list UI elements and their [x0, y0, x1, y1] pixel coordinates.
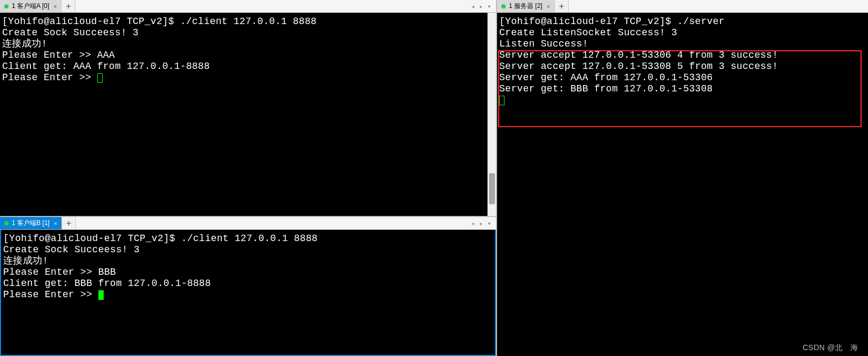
tab-menu-icon[interactable]: ▾: [486, 220, 493, 227]
terminal-line: Client get: AAA from 127.0.0.1-8888: [2, 61, 210, 72]
pane-server: 1 服务器 [2] × + [Yohifo@alicloud-el7 TCP_v…: [497, 0, 868, 356]
close-icon[interactable]: ×: [53, 220, 58, 227]
tab-client-a[interactable]: 1 客户端A [0] ×: [0, 0, 61, 12]
terminal-line: [Yohifo@alicloud-el7 TCP_v2]$ ./client 1…: [2, 16, 316, 27]
cursor-icon: [499, 96, 505, 105]
status-dot-icon: [4, 4, 9, 9]
terminal-line: Create ListenSocket Success! 3: [499, 27, 677, 38]
tab-nav-right-icon[interactable]: ▸: [478, 3, 485, 10]
terminal-server[interactable]: [Yohifo@alicloud-el7 TCP_v2]$ ./server C…: [497, 13, 868, 356]
tab-menu-icon[interactable]: ▾: [486, 3, 493, 10]
tabbar-client-a: 1 客户端A [0] × + ◂ ▸ ▾: [0, 0, 496, 13]
add-tab-button[interactable]: +: [61, 0, 75, 12]
terminal-line: Server get: AAA from 127.0.0.1-53306: [499, 72, 713, 83]
close-icon[interactable]: ×: [546, 3, 551, 10]
cursor-icon: [98, 290, 104, 300]
tabbar-client-b: 1 客户端B [1] × + ◂ ▸ ▾: [0, 217, 496, 230]
tab-nav-left-icon[interactable]: ◂: [469, 220, 476, 227]
tab-nav-right-icon[interactable]: ▸: [478, 220, 485, 227]
terminal-line: Please Enter >>: [3, 289, 98, 300]
scrollbar[interactable]: [487, 13, 496, 216]
terminal-line: Create Sock Succeess! 3: [3, 244, 140, 255]
tab-label: 1 服务器 [2]: [509, 2, 542, 11]
terminal-line: Server get: BBB from 127.0.0.1-53308: [499, 83, 713, 94]
tab-nav-left-icon[interactable]: ◂: [469, 3, 476, 10]
terminal-line: Please Enter >> BBB: [3, 267, 116, 277]
tab-label: 1 客户端A [0]: [12, 2, 49, 11]
terminal-line: Client get: BBB from 127.0.0.1-8888: [3, 278, 211, 289]
status-dot-icon: [501, 4, 506, 9]
add-tab-button[interactable]: +: [555, 0, 569, 12]
terminal-line: Please Enter >>: [2, 72, 97, 83]
terminal-line: Listen Success!: [499, 38, 588, 49]
terminal-line: 连接成功!: [3, 256, 48, 266]
terminal-line: 连接成功!: [2, 38, 47, 49]
terminal-line: Server accept 127.0.0.1-53308 5 from 3 s…: [499, 61, 778, 72]
tab-client-b[interactable]: 1 客户端B [1] ×: [0, 217, 62, 229]
pane-client-b: 1 客户端B [1] × + ◂ ▸ ▾ [Yohifo@alicloud-el…: [0, 217, 496, 356]
terminal-line: Server accept 127.0.0.1-53306 4 from 3 s…: [499, 50, 778, 60]
watermark: CSDN @北 海: [803, 343, 858, 353]
tab-server[interactable]: 1 服务器 [2] ×: [497, 0, 555, 12]
cursor-icon: [97, 73, 103, 83]
terminal-line: [Yohifo@alicloud-el7 TCP_v2]$ ./client 1…: [3, 233, 317, 244]
terminal-line: Please Enter >> AAA: [2, 50, 115, 60]
tabbar-server: 1 服务器 [2] × +: [497, 0, 868, 13]
terminal-line: [Yohifo@alicloud-el7 TCP_v2]$ ./server: [499, 16, 725, 27]
terminal-line: Create Sock Succeess! 3: [2, 27, 138, 38]
tab-label: 1 客户端B [1]: [12, 219, 50, 228]
scroll-thumb[interactable]: [489, 173, 495, 204]
close-icon[interactable]: ×: [52, 3, 58, 10]
status-dot-icon: [4, 221, 9, 226]
terminal-client-a[interactable]: [Yohifo@alicloud-el7 TCP_v2]$ ./client 1…: [0, 13, 496, 216]
pane-client-a: 1 客户端A [0] × + ◂ ▸ ▾ [Yohifo@alicloud-el…: [0, 0, 496, 217]
add-tab-button[interactable]: +: [62, 217, 76, 229]
terminal-client-b[interactable]: [Yohifo@alicloud-el7 TCP_v2]$ ./client 1…: [0, 230, 496, 356]
